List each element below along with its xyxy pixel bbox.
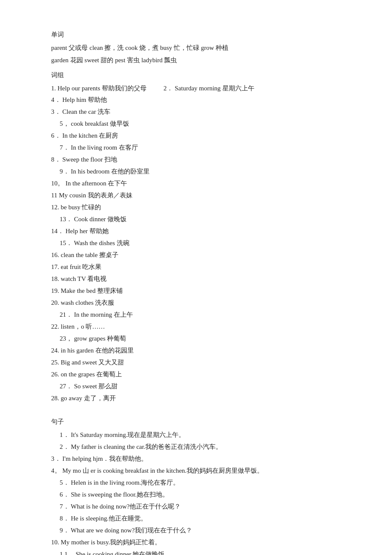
phrase-item: 12. be busy 忙碌的 <box>51 202 341 213</box>
phrase-item: 18. watch TV 看电视 <box>51 273 341 285</box>
sentence-item: 5． Helen is in the living room.海伦在客厅。 <box>51 477 341 489</box>
sentence-list: 1． It's Saturday morning.现在是星期六上午。2． My … <box>51 429 341 555</box>
phrase-item: 6． In the kitchen 在厨房 <box>51 130 341 142</box>
sentence-item: 1． It's Saturday morning.现在是星期六上午。 <box>51 429 341 441</box>
phrase-item: 28. go away 走了，离开 <box>51 393 341 404</box>
sentence-item: 1 1． She is cooking dinner.她在做晚饭。 <box>51 549 341 555</box>
phrase-item: 11 My cousin 我的表弟／表妹 <box>51 190 341 201</box>
sentence-item: 10. My mother is busy.我的妈妈正忙着。 <box>51 537 341 548</box>
vocab-title: 单词 <box>51 29 341 40</box>
phrase-item: 23， grow grapes 种葡萄 <box>51 333 341 344</box>
sentence-item: 3． I'm helping hjm．我在帮助他。 <box>51 453 341 465</box>
phrase-item: 16. clean the table 擦桌子 <box>51 249 341 261</box>
phrase-item: 15． Wash the dishes 洗碗 <box>51 237 341 249</box>
sentence-item: 2． My father is cleaning the car.我的爸爸正在清… <box>51 441 341 453</box>
sentence-item: 6． She is sweeping the floor.她在扫地。 <box>51 489 341 500</box>
phrase-item: 8． Sweep the floor 扫地 <box>51 154 341 165</box>
phrase-item: 3． Clean the car 洗车 <box>51 106 341 118</box>
phrase-item: 9． In his bedroom 在他的卧室里 <box>51 166 341 177</box>
phrase-item: 17. eat fruit 吃水果 <box>51 261 341 273</box>
phrase-item: 7． In the living room 在客厅 <box>51 142 341 153</box>
phrase-item: 4． Help him 帮助他 <box>51 94 341 106</box>
phrase-list: 1. Help our parents 帮助我们的父母2． Saturday m… <box>51 83 341 404</box>
sentence-item: 9． What are we doing now?我们现在在于什么？ <box>51 525 341 536</box>
vocab-line-2: garden 花园 sweet 甜的 pest 害虫 ladybird 瓢虫 <box>51 55 341 66</box>
phrase-item: 14． Help her 帮助她 <box>51 225 341 237</box>
sentence-section: 句子 1． It's Saturday morning.现在是星期六上午。2． … <box>51 416 341 555</box>
phrase-item: 25. Big and sweet 又大又甜 <box>51 357 341 368</box>
sentence-item: 4。 My mo 山 er is cooking breakfast in th… <box>51 465 341 477</box>
vocab-line-1: parent 父或母 clean 擦，洗 cook 烧，煮 busy 忙，忙碌 … <box>51 42 341 54</box>
phrase-item: 20. wash clothes 洗衣服 <box>51 297 341 309</box>
phrase-section: 词组 1. Help our parents 帮助我们的父母2． Saturda… <box>51 69 341 404</box>
phrase-item: 10。 In the afternoon 在下午 <box>51 178 341 189</box>
phrase-item: 22. listen，o 听…… <box>51 321 341 332</box>
phrase-item: 26. on the grapes 在葡萄上 <box>51 369 341 380</box>
phrase-item: 19. Make the bed 整理床铺 <box>51 285 341 297</box>
phrase-item: 1. Help our parents 帮助我们的父母2． Saturday m… <box>51 83 341 94</box>
sentence-item: 7． What is he doing now?他正在于什么呢？ <box>51 501 341 512</box>
phrase-item: 5， cook breakfast 做早饭 <box>51 118 341 130</box>
sentence-title: 句子 <box>51 416 341 428</box>
sentence-item: 8． He is sleeping.他正在睡觉。 <box>51 513 341 524</box>
phrase-item: 27． So sweet 那么甜 <box>51 381 341 392</box>
phrase-title: 词组 <box>51 69 341 81</box>
phrase-item: 24. in his garden 在他的花园里 <box>51 345 341 356</box>
vocab-section: 单词 parent 父或母 clean 擦，洗 cook 烧，煮 busy 忙，… <box>51 29 341 66</box>
phrase-item: 13． Cook dinner 做晚饭 <box>51 214 341 225</box>
phrase-item: 21． In the morning 在上午 <box>51 309 341 321</box>
